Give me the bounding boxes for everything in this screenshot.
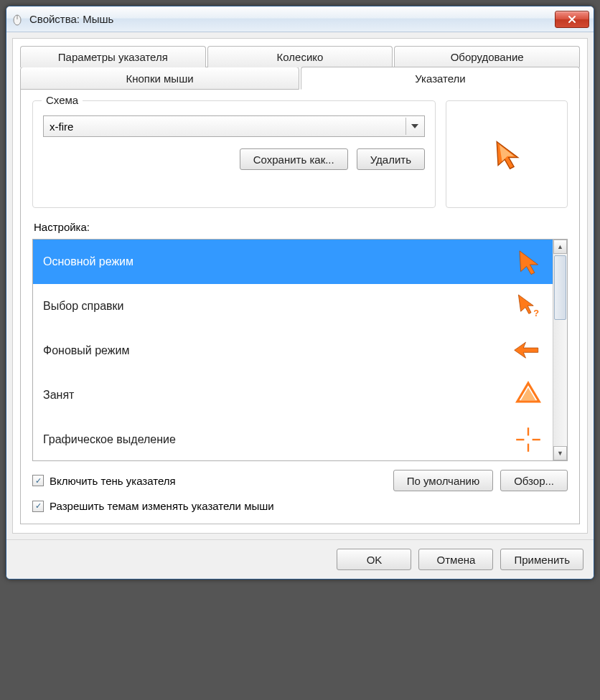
tabs-row-top: Параметры указателя Колесико Оборудовани… (20, 46, 580, 67)
themes-checkbox[interactable]: ✓ (32, 501, 44, 512)
dialog-window: Свойства: Мышь Параметры указателя Колес… (6, 6, 594, 580)
cursor-precision-icon (514, 425, 543, 454)
cursor-arrow-icon (490, 138, 523, 171)
browse-button[interactable]: Обзор... (500, 470, 568, 491)
delete-button[interactable]: Удалить (357, 148, 425, 170)
close-button[interactable] (555, 11, 589, 28)
tabs-row-bottom: Кнопки мыши Указатели (20, 67, 580, 90)
tab-buttons[interactable]: Кнопки мыши (20, 67, 299, 90)
cursor-preview (446, 100, 568, 208)
scheme-combobox[interactable]: x-fire (43, 115, 425, 137)
cursor-working-icon (511, 336, 543, 365)
themes-label: Разрешить темам изменять указатели мыши (50, 500, 274, 512)
tab-pointer-options[interactable]: Параметры указателя (20, 46, 206, 67)
list-item[interactable]: Графическое выделение (33, 417, 553, 460)
list-item-label: Занят (43, 389, 74, 402)
shadow-label: Включить тень указателя (50, 475, 176, 487)
tab-pointers[interactable]: Указатели (301, 67, 580, 90)
window-title: Свойства: Мышь (29, 13, 555, 25)
cursor-busy-icon (514, 381, 543, 410)
cancel-button[interactable]: Отмена (418, 549, 493, 570)
list-item-label: Фоновый режим (43, 344, 129, 357)
list-item-label: Основной режим (43, 255, 133, 268)
list-item[interactable]: Занят (33, 373, 553, 417)
apply-button[interactable]: Применить (500, 549, 583, 570)
cursor-listbox: Основной режим Выбор справки ? Фоновый р… (32, 239, 568, 461)
scroll-up-button[interactable]: ▲ (553, 240, 567, 254)
list-item-label: Выбор справки (43, 300, 123, 313)
tab-panel-pointers: Схема x-fire Сохранить как... Удалить (20, 89, 580, 524)
list-item[interactable]: Основной режим (33, 240, 553, 284)
save-as-button[interactable]: Сохранить как... (240, 148, 348, 170)
ok-button[interactable]: OK (337, 549, 411, 570)
default-button[interactable]: По умолчанию (393, 470, 493, 491)
svg-text:?: ? (533, 308, 539, 318)
mouse-icon (11, 13, 24, 26)
scrollbar[interactable]: ▲ ▼ (553, 240, 567, 460)
cursor-help-icon: ? (514, 292, 543, 321)
scheme-group: Схема x-fire Сохранить как... Удалить (32, 100, 436, 208)
scroll-thumb[interactable] (554, 255, 566, 320)
list-item[interactable]: Фоновый режим (33, 328, 553, 373)
list-item[interactable]: Выбор справки ? (33, 284, 553, 328)
dialog-body: Параметры указателя Колесико Оборудовани… (12, 38, 588, 534)
scheme-value: x-fire (50, 120, 73, 133)
list-item-label: Графическое выделение (43, 433, 176, 446)
chevron-down-icon (406, 118, 423, 135)
customize-label: Настройка: (34, 221, 568, 233)
tab-wheel[interactable]: Колесико (207, 46, 393, 67)
scroll-down-button[interactable]: ▼ (553, 446, 567, 460)
scroll-track[interactable] (553, 254, 567, 446)
shadow-checkbox[interactable]: ✓ (32, 475, 44, 486)
dialog-footer: OK Отмена Применить (6, 539, 594, 579)
titlebar[interactable]: Свойства: Мышь (6, 6, 594, 32)
close-icon (568, 15, 576, 24)
cursor-arrow-icon (514, 247, 543, 276)
scheme-legend: Схема (42, 94, 83, 106)
tab-hardware[interactable]: Оборудование (394, 46, 580, 67)
